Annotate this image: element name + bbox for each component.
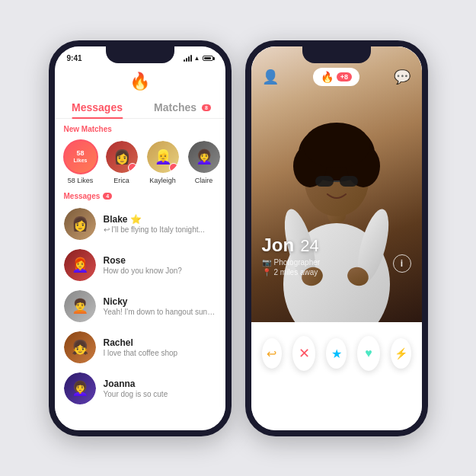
tabs: Messages Matches 8 [55, 97, 225, 119]
rose-name: Rose [104, 255, 216, 266]
rose-info: Rose How do you know Jon? [104, 255, 216, 275]
new-matches-label: New Matches [55, 119, 225, 136]
person-svg [268, 63, 405, 322]
rachel-name: Rachel [104, 337, 216, 348]
erica-name: Erica [113, 177, 129, 184]
superlike-icon: ★ [331, 347, 342, 361]
phone-1-inner: 9:41 ▲ 🔥 [55, 46, 225, 430]
claire-avatar: 👩‍🦱 [187, 139, 222, 174]
profile-name: Jon [262, 235, 295, 256]
rachel-avatar: 👧 [64, 331, 96, 363]
notch-2 [302, 46, 371, 63]
nicky-name: Nicky [104, 296, 216, 307]
location-icon: 📍 [262, 268, 271, 276]
likes-avatar: 58 Likes [63, 139, 98, 174]
profile-screen: Jon 24 📷 Photographer 📍 2 miles away [251, 46, 422, 430]
heart-icon: ♥ [365, 347, 372, 360]
tinder-pill: 🔥 +8 [313, 68, 359, 86]
conversation-rose[interactable]: 👩‍🦰 Rose How do you know Jon? [55, 244, 225, 286]
nope-button[interactable]: ✕ [292, 336, 315, 371]
profile-header: 👤 🔥 +8 💬 [251, 68, 422, 86]
profile-overlay: Jon 24 📷 Photographer 📍 2 miles away [262, 235, 321, 276]
rose-avatar: 👩‍🦰 [64, 249, 96, 281]
nicky-info: Nicky Yeah! I'm down to hangout sunday..… [104, 296, 216, 316]
boost-button[interactable]: ⚡ [391, 338, 411, 369]
match-item-erica[interactable]: 👩 Erica [105, 139, 139, 184]
rewind-button[interactable]: ↩ [262, 338, 282, 369]
star-icon: ⭐ [130, 214, 142, 225]
info-button[interactable]: i [393, 254, 411, 273]
status-time-1: 9:41 [67, 54, 82, 62]
tinder-flame-icon: 🔥 [321, 71, 334, 83]
phone-1: 9:41 ▲ 🔥 [49, 40, 232, 436]
conversation-rachel[interactable]: 👧 Rachel I love that coffee shop [55, 327, 225, 368]
plus-badge: +8 [337, 72, 352, 81]
messages-section-label: Messages [64, 192, 101, 200]
conversation-blake[interactable]: 👩 Blake ⭐ ↩ I'll be flying to Italy toni… [55, 203, 225, 244]
occupation-text: Photographer [274, 258, 321, 267]
camera-icon: 📷 [262, 258, 271, 267]
rewind-icon: ↩ [267, 347, 276, 361]
match-item-kayleigh[interactable]: 👱‍♀️ Kayleigh [146, 139, 180, 184]
distance-text: 2 miles away [274, 268, 318, 276]
rachel-info: Rachel I love that coffee shop [104, 337, 216, 357]
messages-label-row: Messages 4 [55, 190, 225, 203]
blake-info: Blake ⭐ ↩ I'll be flying to Italy tonigh… [104, 214, 216, 234]
claire-name: Claire [195, 177, 213, 184]
chat-icon[interactable]: 💬 [394, 69, 411, 85]
rose-preview: How do you know Jon? [104, 267, 216, 275]
tab-messages[interactable]: Messages [55, 97, 140, 118]
profile-icon[interactable]: 👤 [262, 69, 279, 85]
svg-rect-7 [315, 176, 334, 187]
likes-label: 58 Likes [68, 177, 94, 184]
phone-2-inner: Jon 24 📷 Photographer 📍 2 miles away [251, 46, 422, 430]
matches-badge: 8 [202, 104, 211, 111]
action-buttons: ↩ ✕ ★ ♥ ⚡ [262, 328, 411, 375]
action-area: ↩ ✕ ★ ♥ ⚡ [251, 322, 422, 383]
matches-row: 58 Likes 58 Likes 👩 Erica 👱‍♀ [55, 136, 225, 190]
erica-avatar: 👩 [104, 139, 139, 174]
match-item-claire[interactable]: 👩‍🦱 Claire [187, 139, 221, 184]
notch-1 [106, 46, 174, 63]
nicky-avatar: 🧑‍🦱 [64, 290, 96, 322]
blake-name: Blake ⭐ [104, 214, 216, 225]
messages-badge: 4 [103, 193, 112, 200]
wifi-icon: ▲ [194, 55, 200, 62]
app-header-1: 🔥 [55, 68, 225, 97]
joanna-avatar: 👩‍🦱 [64, 372, 96, 404]
profile-occupation-row: 📷 Photographer [262, 258, 321, 267]
signal-icon [184, 55, 192, 62]
svg-point-6 [303, 123, 370, 168]
tinder-logo: 🔥 [129, 71, 151, 92]
profile-age: 24 [300, 236, 318, 256]
match-item-likes[interactable]: 58 Likes 58 Likes [64, 139, 97, 184]
svg-rect-8 [340, 176, 358, 187]
rachel-preview: I love that coffee shop [104, 349, 216, 357]
profile-photo-area: Jon 24 📷 Photographer 📍 2 miles away [251, 46, 422, 323]
phones-container: 9:41 ▲ 🔥 [34, 25, 443, 452]
superlike-button[interactable]: ★ [326, 338, 346, 369]
profile-name-age-row: Jon 24 [262, 235, 321, 256]
conversation-joanna[interactable]: 👩‍🦱 Joanna Your dog is so cute [55, 368, 225, 409]
likes-count: 58 Likes [65, 141, 97, 173]
status-icons-1: ▲ [184, 55, 213, 62]
conversation-list: 👩 Blake ⭐ ↩ I'll be flying to Italy toni… [55, 203, 225, 409]
joanna-info: Joanna Your dog is so cute [104, 379, 216, 398]
blake-avatar: 👩 [64, 208, 96, 240]
flame-icon: 🔥 [129, 72, 150, 91]
like-button[interactable]: ♥ [357, 336, 380, 371]
kayleigh-name: Kayleigh [149, 177, 176, 184]
joanna-preview: Your dog is so cute [104, 390, 216, 398]
profile-distance-row: 📍 2 miles away [262, 268, 321, 276]
blake-preview: ↩ I'll be flying to Italy tonight... [104, 225, 216, 234]
joanna-name: Joanna [104, 379, 216, 389]
nope-icon: ✕ [299, 345, 310, 362]
bolt-icon: ⚡ [395, 347, 407, 359]
phone-2: Jon 24 📷 Photographer 📍 2 miles away [245, 40, 428, 436]
tab-matches[interactable]: Matches 8 [140, 97, 225, 118]
conversation-nicky[interactable]: 🧑‍🦱 Nicky Yeah! I'm down to hangout sund… [55, 286, 225, 327]
battery-icon [203, 56, 213, 61]
nicky-preview: Yeah! I'm down to hangout sunday... [104, 308, 216, 316]
kayleigh-avatar: 👱‍♀️ [145, 139, 180, 174]
